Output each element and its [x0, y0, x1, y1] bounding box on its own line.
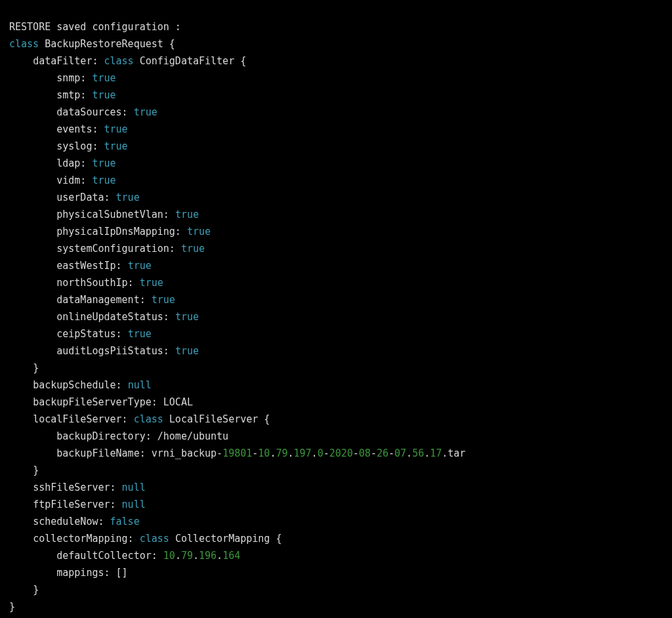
value-true: true — [92, 157, 116, 169]
value-true: true — [104, 140, 128, 152]
bf-num: 08 — [359, 447, 371, 459]
dc-octet: 79 — [181, 550, 193, 562]
value-true: true — [92, 89, 116, 101]
field-ceipstatus: ceipStatus: — [56, 328, 121, 340]
value-true: true — [134, 106, 158, 118]
close-brace: } — [9, 601, 15, 613]
field-physicalipdnsmapping: physicalIpDnsMapping: — [56, 226, 181, 237]
value-true: true — [175, 345, 199, 357]
field-syslog: syslog: — [56, 140, 98, 152]
open-brace: { — [264, 413, 270, 425]
open-brace: { — [276, 533, 282, 545]
backupfileservertype-line: backupFileServerType: LOCAL — [33, 396, 193, 408]
value-true: true — [128, 328, 152, 340]
bf-num: 0 — [318, 447, 324, 459]
value-true: true — [92, 72, 116, 84]
collectormapping-class: CollectorMapping — [175, 533, 270, 545]
field-ldap: ldap: — [56, 157, 86, 169]
class-keyword: class — [134, 413, 163, 425]
close-brace: } — [33, 584, 39, 596]
value-true: true — [181, 243, 205, 255]
bf-num: 26 — [377, 447, 388, 459]
configdatafilter-class: ConfigDataFilter — [140, 55, 235, 67]
mappings-line: mappings: [] — [56, 567, 127, 579]
close-brace: } — [33, 464, 39, 476]
value-true: true — [175, 209, 199, 220]
value-true: true — [175, 311, 199, 323]
field-userdata: userData: — [56, 192, 110, 203]
bf-num: 79 — [276, 447, 287, 459]
bf-num: 10 — [258, 447, 270, 459]
value-null: null — [122, 499, 146, 510]
field-eastwestip: eastWestIp: — [56, 260, 121, 272]
field-datamanagement: dataManagement: — [56, 294, 145, 306]
value-true: true — [187, 226, 211, 237]
field-physicalsubnetvlan: physicalSubnetVlan: — [56, 209, 169, 220]
class-keyword: class — [140, 533, 169, 545]
value-null: null — [128, 379, 152, 391]
field-datasources: dataSources: — [56, 106, 127, 118]
close-brace: } — [33, 362, 39, 374]
field-vidm: vidm: — [56, 175, 86, 186]
value-true: true — [128, 260, 152, 272]
collectormapping-label: collectorMapping: — [33, 533, 134, 545]
backupdirectory-line: backupDirectory: /home/ubuntu — [56, 430, 228, 442]
datafilter-label: dataFilter: — [33, 55, 98, 67]
bf-num: 19801 — [222, 447, 252, 459]
dc-octet: 196 — [199, 550, 217, 562]
schedulenow-label: scheduleNow: — [33, 516, 104, 527]
space — [39, 38, 45, 50]
field-smtp: smtp: — [56, 89, 86, 101]
bf-num: 2020 — [329, 447, 353, 459]
code-block: RESTORE saved configuration : class Back… — [0, 0, 672, 615]
localfileserver-label: localFileServer: — [33, 413, 128, 425]
value-false: false — [110, 516, 140, 527]
defaultcollector-label: defaultCollector: — [56, 550, 158, 562]
field-snmp: snmp: — [56, 72, 86, 84]
field-systemconfiguration: systemConfiguration: — [56, 243, 175, 255]
dc-octet: 10 — [163, 550, 175, 562]
main-class-name: BackupRestoreRequest — [45, 38, 163, 50]
open-brace: { — [240, 55, 246, 67]
open-brace: { — [169, 38, 175, 50]
space — [163, 38, 169, 50]
value-true: true — [92, 175, 116, 186]
bf-ext: .tar — [442, 447, 465, 459]
ftpfileserver-label: ftpFileServer: — [33, 499, 116, 510]
bf-num: 197 — [294, 447, 312, 459]
localfileserver-class: LocalFileServer — [169, 413, 258, 425]
class-keyword: class — [9, 38, 39, 50]
value-true: true — [104, 123, 128, 135]
value-true: true — [116, 192, 140, 203]
value-true: true — [152, 294, 175, 306]
field-events: events: — [56, 123, 98, 135]
value-null: null — [122, 482, 146, 493]
field-auditlogspiistatus: auditLogsPiiStatus: — [56, 345, 169, 357]
bf-num: 17 — [430, 447, 442, 459]
sshfileserver-label: sshFileServer: — [33, 482, 116, 493]
backupschedule-label: backupSchedule: — [33, 379, 121, 391]
dc-octet: 164 — [222, 550, 240, 562]
value-true: true — [140, 277, 163, 289]
field-onlineupdatestatus: onlineUpdateStatus: — [56, 311, 169, 323]
class-keyword: class — [104, 55, 134, 67]
bf-num: 07 — [394, 447, 406, 459]
field-northsouthip: northSouthIp: — [56, 277, 133, 289]
header-line: RESTORE saved configuration : — [9, 21, 181, 33]
bf-num: 56 — [412, 447, 424, 459]
backupfilename-prefix: backupFileName: vrni_backup- — [56, 447, 222, 459]
